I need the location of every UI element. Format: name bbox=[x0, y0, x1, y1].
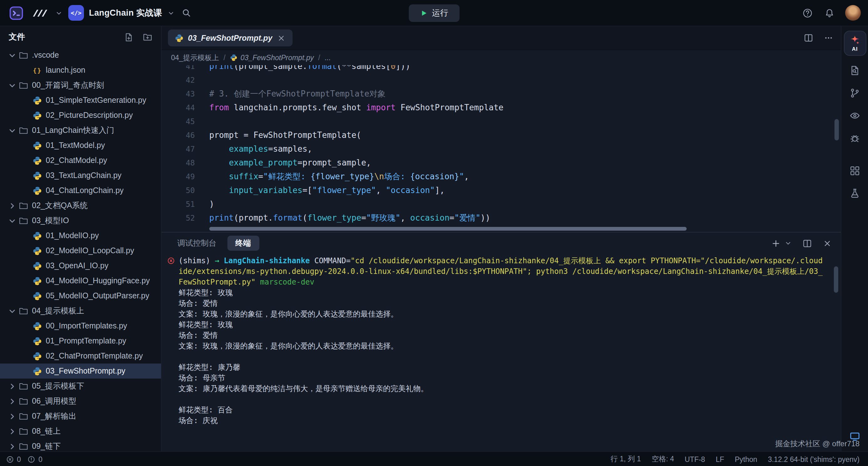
terminal-vertical-scrollbar[interactable] bbox=[834, 266, 838, 293]
search-button[interactable] bbox=[180, 7, 192, 19]
tree-file[interactable]: 01_TextModel.py bbox=[0, 138, 161, 153]
run-button[interactable]: 运行 bbox=[409, 4, 460, 22]
debug-button[interactable] bbox=[844, 128, 866, 148]
close-panel-button[interactable] bbox=[821, 237, 833, 249]
new-folder-button[interactable] bbox=[142, 31, 154, 43]
editor-tabbar: 03_FewShotPrompt.py bbox=[162, 26, 841, 50]
tree-folder[interactable]: 04_提示模板上 bbox=[0, 303, 161, 318]
file-search-button[interactable] bbox=[844, 61, 866, 80]
tree-file[interactable]: 03_FewShotPrompt.py bbox=[0, 363, 161, 379]
status-item[interactable]: LF bbox=[716, 455, 724, 463]
preview-button[interactable] bbox=[844, 106, 866, 125]
marscode-logo-button[interactable] bbox=[31, 7, 50, 19]
code-line: 45 bbox=[162, 115, 841, 128]
tree-file[interactable]: 03_OpenAI_IO.py bbox=[0, 258, 161, 273]
tree-folder[interactable]: 05_提示模板下 bbox=[0, 379, 161, 394]
chevron-down-icon[interactable] bbox=[55, 9, 63, 17]
tree-item-label: 07_解析输出 bbox=[32, 411, 76, 421]
breadcrumb-more[interactable]: ... bbox=[324, 54, 331, 61]
topbar: </> LangChain 实战课 运行 bbox=[0, 0, 868, 26]
status-item[interactable]: UTF-8 bbox=[685, 455, 705, 463]
tree-file[interactable]: 01_SimpleTextGeneration.py bbox=[0, 93, 161, 108]
tree-file[interactable]: 05_ModelIO_OutputParser.py bbox=[0, 288, 161, 303]
tree-folder[interactable]: 08_链上 bbox=[0, 424, 161, 439]
notifications-button[interactable] bbox=[823, 7, 836, 19]
tree-folder[interactable]: 07_解析输出 bbox=[0, 409, 161, 424]
breadcrumb-file[interactable]: 03_FewShotPrompt.py bbox=[230, 54, 314, 61]
tree-item-label: 00_ImportTemplates.py bbox=[46, 322, 127, 330]
app-menu-button[interactable] bbox=[7, 4, 25, 22]
terminal[interactable]: (shims) → LangChain-shizhanke COMMAND="c… bbox=[162, 254, 841, 451]
status-item[interactable]: 行 1, 列 1 bbox=[611, 455, 641, 464]
chevron-down-icon bbox=[167, 9, 175, 17]
breadcrumb-folder[interactable]: 04_提示模板上 bbox=[171, 53, 219, 62]
python-icon bbox=[33, 156, 42, 165]
help-icon bbox=[803, 8, 812, 18]
tree-file[interactable]: 02_PictureDescription.py bbox=[0, 108, 161, 123]
editor-more-button[interactable] bbox=[823, 32, 835, 44]
bug-icon bbox=[849, 133, 860, 144]
tree-folder[interactable]: 01_LangChain快速入门 bbox=[0, 123, 161, 138]
terminal-output-line bbox=[179, 352, 827, 362]
editor-tab[interactable]: 03_FewShotPrompt.py bbox=[168, 29, 292, 47]
status-item[interactable]: 空格: 4 bbox=[652, 455, 674, 464]
extensions-button[interactable] bbox=[844, 161, 866, 180]
tree-folder[interactable]: 03_模型IO bbox=[0, 213, 161, 228]
tree-item-label: 03_模型IO bbox=[32, 215, 69, 226]
status-item[interactable]: 3.12.2 64-bit ('shims': pyenv) bbox=[768, 455, 860, 463]
workspace-selector[interactable]: </> LangChain 实战课 bbox=[68, 5, 175, 21]
tree-file[interactable]: 04_ModelIO_HuggingFace.py bbox=[0, 273, 161, 288]
editor-vertical-scrollbar[interactable] bbox=[835, 119, 839, 140]
error-count-icon bbox=[6, 455, 14, 463]
run-button-label: 运行 bbox=[432, 7, 448, 19]
tree-item-label: 01_ModelIO.py bbox=[46, 231, 99, 240]
line-number: 51 bbox=[162, 198, 203, 211]
split-editor-button[interactable] bbox=[803, 32, 814, 44]
horizontal-scrollbar-thumb[interactable] bbox=[209, 227, 687, 231]
tree-file[interactable]: 02_ChatModel.py bbox=[0, 153, 161, 168]
new-file-button[interactable] bbox=[123, 31, 135, 43]
chevron-right-icon bbox=[7, 201, 17, 210]
tree-file[interactable]: 02_ChatPromptTemplate.py bbox=[0, 348, 161, 363]
split-editor-icon bbox=[803, 238, 812, 248]
panel-tab-terminal[interactable]: 终端 bbox=[227, 236, 259, 251]
tree-folder[interactable]: 09_链下 bbox=[0, 439, 161, 451]
tab-close-button[interactable] bbox=[277, 33, 286, 42]
problems-indicator[interactable]: 0 0 bbox=[6, 455, 46, 463]
tree-item-label: 01_PromptTemplate.py bbox=[46, 337, 126, 345]
panel-tab-debug-console[interactable]: 调试控制台 bbox=[169, 236, 225, 251]
terminal-dropdown-button[interactable] bbox=[783, 238, 793, 248]
chevron-down-icon bbox=[7, 81, 17, 90]
tree-folder[interactable]: 02_文档QA系统 bbox=[0, 198, 161, 213]
terminal-output-line: 文案: 玫瑰，浪漫的象征，是你向心爱的人表达爱意的最佳选择。 bbox=[179, 341, 827, 352]
tree-folder[interactable]: .vscode bbox=[0, 48, 161, 63]
split-terminal-button[interactable] bbox=[801, 237, 813, 249]
tree-folder[interactable]: 00_开篇词_奇点时刻 bbox=[0, 78, 161, 93]
tree-file[interactable]: 01_PromptTemplate.py bbox=[0, 333, 161, 348]
user-avatar[interactable] bbox=[845, 5, 861, 21]
tree-file[interactable]: 02_ModelIO_LoopCall.py bbox=[0, 243, 161, 258]
breadcrumb: 04_提示模板上 / 03_FewShotPrompt.py / ... bbox=[162, 50, 841, 65]
code-line: 47 examples=samples, bbox=[162, 142, 841, 156]
chevron-down-icon bbox=[7, 51, 17, 60]
testing-button[interactable] bbox=[844, 184, 866, 203]
tree-item-label: 01_TextModel.py bbox=[46, 141, 105, 150]
line-number: 52 bbox=[162, 211, 203, 225]
tree-file[interactable]: 03_TextLangChain.py bbox=[0, 168, 161, 183]
source-control-button[interactable] bbox=[844, 83, 866, 103]
new-terminal-button[interactable] bbox=[770, 237, 782, 249]
tree-folder[interactable]: 06_调用模型 bbox=[0, 394, 161, 409]
tree-file[interactable]: 04_ChatLongChain.py bbox=[0, 183, 161, 198]
tree-file[interactable]: 01_ModelIO.py bbox=[0, 228, 161, 243]
status-item[interactable]: Python bbox=[735, 455, 757, 463]
code-line: 50 input_variables=["flower_type", "occa… bbox=[162, 184, 841, 198]
ai-assistant-button[interactable]: AI bbox=[843, 31, 866, 56]
code-editor[interactable]: 41print(prompt_sample.format(**samples[0… bbox=[162, 65, 841, 226]
tree-item-label: 04_ChatLongChain.py bbox=[46, 186, 124, 195]
tree-file[interactable]: {}launch.json bbox=[0, 63, 161, 78]
app-menu-icon bbox=[9, 5, 24, 20]
tree-file[interactable]: 00_ImportTemplates.py bbox=[0, 318, 161, 333]
folder-icon bbox=[19, 442, 28, 451]
help-button[interactable] bbox=[801, 7, 814, 19]
tree-item-label: 02_ModelIO_LoopCall.py bbox=[46, 246, 134, 255]
